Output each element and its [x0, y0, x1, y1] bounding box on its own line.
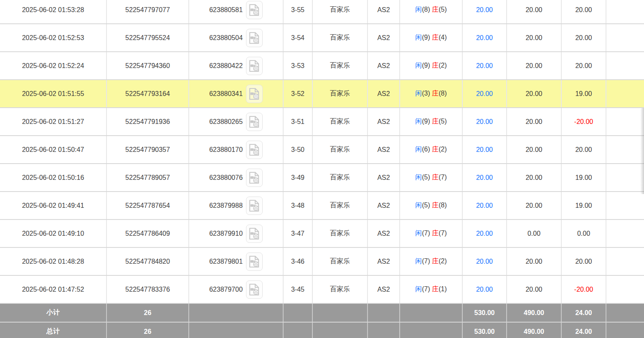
banker-result-score: (8): [439, 90, 447, 97]
bet-amount-link[interactable]: 20.00: [462, 80, 507, 108]
grand-total-empty-cell: [189, 322, 283, 338]
video-replay-button[interactable]: [246, 85, 263, 103]
player-result-score: (6): [422, 146, 432, 153]
record-row[interactable]: 2025-06-02 01:52:53522547795524623880504…: [0, 24, 644, 52]
video-replay-button[interactable]: [246, 169, 263, 187]
bet-amount-link[interactable]: 20.00: [462, 275, 507, 303]
record-row[interactable]: 2025-06-02 01:49:41522547787654623879988…: [0, 192, 644, 219]
bet-time: 2025-06-02 01:53:28: [0, 0, 106, 24]
video-replay-icon: [249, 283, 260, 296]
subtotal-bet-total: 530.00: [462, 303, 507, 322]
banker-result-score: (8): [439, 202, 447, 209]
bet-amount-link[interactable]: 20.00: [462, 164, 507, 192]
grand-total-row: 总计 26 530.00 490.00 24.00: [0, 322, 644, 338]
table-name: AS2: [368, 136, 400, 164]
record-row[interactable]: 2025-06-02 01:50:47522547790357623880170…: [0, 136, 644, 164]
video-replay-button[interactable]: [246, 252, 263, 271]
empty-cell: [606, 80, 644, 108]
record-row[interactable]: 2025-06-02 01:52:24522547794360623880422…: [0, 52, 644, 80]
video-replay-button[interactable]: [246, 141, 263, 159]
player-result-label: 闲: [415, 146, 422, 153]
player-result-label: 闲: [415, 90, 422, 97]
record-row[interactable]: 2025-06-02 01:48:28522547784820623879801…: [0, 247, 644, 275]
game-type: 百家乐: [312, 108, 368, 136]
game-number-cell: 623879988: [189, 192, 283, 219]
game-type: 百家乐: [312, 0, 368, 24]
valid-amount: 20.00: [507, 192, 561, 219]
banker-result-label: 庄: [432, 257, 439, 265]
bet-amount-link[interactable]: 20.00: [462, 136, 507, 164]
bet-amount-link[interactable]: 20.00: [462, 247, 507, 275]
grand-total-empty-cell: [283, 322, 312, 338]
bet-time: 2025-06-02 01:51:27: [0, 108, 106, 136]
video-replay-button[interactable]: [246, 113, 263, 131]
video-replay-button[interactable]: [246, 29, 263, 47]
bet-amount-link[interactable]: 20.00: [462, 0, 507, 24]
video-replay-button[interactable]: [246, 197, 263, 215]
record-row[interactable]: 2025-06-02 01:53:28522547797077623880581…: [0, 0, 644, 24]
valid-amount: 20.00: [507, 108, 561, 136]
subtotal-count: 26: [106, 303, 189, 322]
game-result-cell: 闲(9) 庄(4): [400, 24, 462, 52]
order-number: 522547797077: [106, 0, 189, 24]
game-type: 百家乐: [312, 136, 368, 164]
game-result-cell: 闲(8) 庄(5): [400, 0, 462, 24]
video-replay-icon: [249, 116, 260, 128]
banker-result-label: 庄: [432, 90, 439, 97]
banker-result-score: (2): [439, 257, 447, 265]
game-number: 623879910: [209, 230, 243, 237]
player-result-label: 闲: [415, 6, 422, 13]
player-result-score: (7): [422, 257, 432, 265]
bet-amount-link[interactable]: 20.00: [462, 108, 507, 136]
record-row[interactable]: 2025-06-02 01:47:52522547783376623879700…: [0, 275, 644, 303]
banker-result-label: 庄: [432, 285, 439, 293]
video-replay-button[interactable]: [246, 1, 263, 19]
bet-amount-link[interactable]: 20.00: [462, 52, 507, 80]
bet-amount-link[interactable]: 20.00: [462, 24, 507, 52]
video-replay-button[interactable]: [246, 280, 263, 299]
game-type: 百家乐: [312, 275, 368, 303]
video-replay-button[interactable]: [246, 57, 263, 75]
table-name: AS2: [368, 192, 400, 219]
table-name: AS2: [368, 80, 400, 108]
order-number: 522547795524: [106, 24, 189, 52]
player-result-score: (3): [422, 90, 432, 97]
bet-amount-link[interactable]: 20.00: [462, 219, 507, 247]
bet-amount-link[interactable]: 20.00: [462, 192, 507, 219]
banker-result-score: (7): [439, 174, 447, 181]
video-replay-button[interactable]: [246, 224, 263, 243]
player-result-score: (7): [422, 230, 432, 237]
player-result-label: 闲: [415, 62, 422, 69]
game-number-cell: 623880341: [189, 80, 283, 108]
game-type: 百家乐: [312, 24, 368, 52]
banker-result-score: (1): [439, 285, 447, 293]
player-result-label: 闲: [415, 257, 422, 265]
game-result-cell: 闲(9) 庄(5): [400, 108, 462, 136]
player-result-label: 闲: [415, 174, 422, 181]
banker-result-score: (5): [439, 6, 447, 13]
round-number: 3-45: [283, 275, 312, 303]
record-row[interactable]: 2025-06-02 01:49:10522547786409623879910…: [0, 219, 644, 247]
subtotal-valid-total: 490.00: [507, 303, 561, 322]
table-name: AS2: [368, 52, 400, 80]
game-result-cell: 闲(7) 庄(1): [400, 275, 462, 303]
order-number: 522547783376: [106, 275, 189, 303]
grand-total-bet-total: 530.00: [462, 322, 507, 338]
video-replay-icon: [249, 60, 260, 72]
bet-time: 2025-06-02 01:50:47: [0, 136, 106, 164]
record-row-selected[interactable]: 2025-06-02 01:51:55522547793164623880341…: [0, 80, 644, 108]
player-result-score: (5): [422, 202, 432, 209]
video-replay-icon: [249, 4, 260, 16]
record-row[interactable]: 2025-06-02 01:51:27522547791936623880265…: [0, 108, 644, 136]
player-result-score: (9): [422, 118, 432, 125]
subtotal-empty-cell: [400, 303, 462, 322]
game-number: 623880422: [209, 62, 243, 69]
record-row[interactable]: 2025-06-02 01:50:16522547789057623880076…: [0, 164, 644, 192]
round-number: 3-53: [283, 52, 312, 80]
win-loss-amount: -20.00: [561, 108, 606, 136]
vertical-scrollbar-thumb[interactable]: [640, 108, 644, 194]
video-replay-icon: [249, 88, 260, 100]
player-result-score: (8): [422, 6, 432, 13]
subtotal-empty-cell: [283, 303, 312, 322]
video-replay-icon: [249, 255, 260, 268]
